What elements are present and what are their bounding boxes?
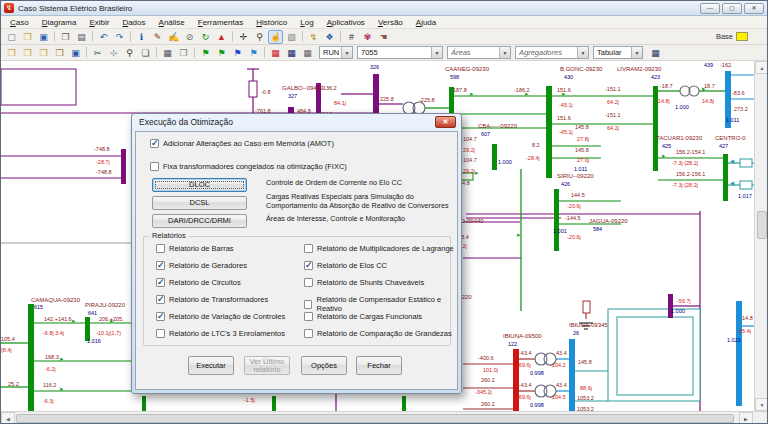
checkbox-icon[interactable]: ✓ <box>156 295 165 304</box>
save-case-icon[interactable]: ▣ <box>36 30 51 44</box>
erase-icon[interactable]: ⊘ <box>182 30 197 44</box>
menu-ajuda[interactable]: Ajuda <box>416 18 436 27</box>
snapshot-icon[interactable]: ❏ <box>138 46 153 60</box>
option-checkbox-fixa-transformadores[interactable]: Fixa transformadores congelados na otimi… <box>150 162 347 171</box>
menu-historico[interactable]: Histórico <box>256 18 287 27</box>
diagram-canvas[interactable]: -748.8-28.7j-748.8-0.8GALBO--09440327-76… <box>1 61 754 411</box>
chevron-down-icon[interactable]: ▼ <box>341 47 352 58</box>
opcoes-button[interactable]: Opções <box>301 356 347 375</box>
checkbox-icon[interactable]: ✓ <box>156 261 165 270</box>
annotate-icon[interactable]: ✍ <box>166 30 181 44</box>
scroll-down-icon[interactable]: ▼ <box>755 398 768 411</box>
scroll-up-icon[interactable]: ▲ <box>755 61 768 74</box>
report-checkbox-cargas-funcionais[interactable]: Relatório de Cargas Funcionais <box>304 312 422 321</box>
scroll-left-icon[interactable]: ◀ <box>1 412 15 424</box>
chevron-down-icon[interactable]: ▼ <box>577 47 588 58</box>
checkbox-icon[interactable]: ✓ <box>150 139 159 148</box>
scroll-right-icon[interactable]: ▶ <box>739 412 753 424</box>
report-checkbox-transformadores[interactable]: ✓Relatório de Transformadores <box>156 295 268 304</box>
net-icon[interactable]: ▦ <box>300 46 315 60</box>
legend-icon[interactable]: ✾ <box>360 30 375 44</box>
report-checkbox-ltc-s-3-enrolamentos[interactable]: Relatório de LTC's 3 Enrolamentos <box>156 329 285 338</box>
horizontal-scroll-thumb[interactable] <box>16 414 734 423</box>
checkbox-icon[interactable]: ✓ <box>304 261 313 270</box>
menu-exibir[interactable]: Exibir <box>89 18 109 27</box>
run-continuation-icon[interactable]: ⚑ <box>214 46 229 60</box>
fechar-button[interactable]: Fechar <box>356 356 402 375</box>
zoom-area-icon[interactable]: ⚲ <box>122 46 137 60</box>
dari-drcc-drmi-button[interactable]: DARI/DRCC/DRMI <box>152 214 247 228</box>
checkbox-icon[interactable]: ✓ <box>156 312 165 321</box>
menu-log[interactable]: Log <box>300 18 313 27</box>
report-checkbox-barras[interactable]: Relatório de Barras <box>156 244 234 253</box>
info-icon[interactable]: ℹ <box>134 30 149 44</box>
view-mode-dropdown[interactable]: Tabular▼ <box>593 46 643 59</box>
checkbox-icon[interactable] <box>304 312 313 321</box>
ec-icon[interactable]: ▦ <box>268 46 283 60</box>
dialog-title-bar[interactable]: Execução da Otimização ✕ <box>132 114 461 130</box>
dc-icon[interactable]: ▦ <box>284 46 299 60</box>
report-checkbox-circuitos[interactable]: ✓Relatório de Circuitos <box>156 278 241 287</box>
clipboard-icon[interactable]: ❐ <box>176 46 191 60</box>
checkbox-icon[interactable] <box>304 329 313 338</box>
menu-ferramentas[interactable]: Ferramentas <box>198 18 243 27</box>
base-color-swatch[interactable] <box>736 32 748 41</box>
menu-analise[interactable]: Análise <box>159 18 185 27</box>
select-area-icon[interactable]: ▧ <box>284 30 299 44</box>
edit-icon[interactable]: ✎ <box>150 30 165 44</box>
zoom-icon[interactable]: ⚲ <box>252 30 267 44</box>
refresh-icon[interactable]: ↻ <box>198 30 213 44</box>
menu-caso[interactable]: Caso <box>10 18 29 27</box>
menu-dados[interactable]: Dados <box>122 18 145 27</box>
checkbox-icon[interactable]: ✓ <box>156 278 165 287</box>
pointer-icon[interactable]: ☚ <box>376 30 391 44</box>
fit-page-icon[interactable]: ❖ <box>322 30 337 44</box>
save-history-icon[interactable]: ▣ <box>68 46 83 60</box>
option-checkbox-adicionar-alteracoes[interactable]: ✓Adicionar Alterações ao Caso em Memória… <box>150 139 334 148</box>
new-case-icon[interactable]: ▢ <box>4 30 19 44</box>
report-checkbox-comparacao-de-grandezas[interactable]: Relatório de Comparação de Grandezas <box>304 329 452 338</box>
executar-button[interactable]: Executar <box>188 356 234 375</box>
cut-area-icon[interactable]: ✂ <box>90 46 105 60</box>
open-history-3-icon[interactable]: ❒ <box>36 46 51 60</box>
checkbox-icon[interactable] <box>304 278 313 287</box>
horizontal-scrollbar[interactable]: ◀ ▶ <box>1 411 768 424</box>
report-checkbox-multiplicadores-de-lagrange[interactable]: Relatório de Multiplicadores de Lagrange <box>304 244 454 253</box>
minimize-button[interactable]: — <box>700 3 720 14</box>
chevron-down-icon[interactable]: ▼ <box>631 47 642 58</box>
print-icon[interactable]: ▤ <box>74 30 89 44</box>
report-checkbox-geradores[interactable]: ✓Relatório de Geradores <box>156 261 247 270</box>
chevron-down-icon[interactable]: ▼ <box>431 47 442 58</box>
vertical-scroll-thumb[interactable] <box>757 211 767 239</box>
open-history-2-icon[interactable]: ❒ <box>20 46 35 60</box>
maximize-button[interactable]: ▢ <box>722 3 742 14</box>
chart-icon[interactable]: ▲ <box>214 30 229 44</box>
vertical-scrollbar[interactable]: ▲ ▼ <box>754 61 768 411</box>
dcsl-button[interactable]: DCSL <box>152 196 247 210</box>
copy-icon[interactable]: ❐ <box>58 30 73 44</box>
fit-view-icon[interactable]: ⊹ <box>106 46 121 60</box>
checkbox-icon[interactable] <box>304 244 313 253</box>
checkbox-icon[interactable] <box>150 162 159 171</box>
menu-versao[interactable]: Versão <box>378 18 403 27</box>
dialog-close-icon[interactable]: ✕ <box>435 116 456 128</box>
agregadores-dropdown[interactable]: Agregadores▼ <box>515 46 589 59</box>
checkbox-icon[interactable] <box>156 329 165 338</box>
close-button[interactable]: ✕ <box>744 3 764 14</box>
open-history-1-icon[interactable]: ❒ <box>4 46 19 60</box>
redo-icon[interactable]: ↷ <box>112 30 127 44</box>
menu-diagrama[interactable]: Diagrama <box>42 18 77 27</box>
areas-dropdown[interactable]: Áreas▼ <box>447 46 511 59</box>
undo-icon[interactable]: ↶ <box>96 30 111 44</box>
move-icon[interactable]: ✛ <box>236 30 251 44</box>
table-view-icon[interactable]: ▦ <box>160 46 175 60</box>
dloc-button[interactable]: DLOC <box>152 178 247 192</box>
grid-icon[interactable]: # <box>344 30 359 44</box>
run-dropdown[interactable]: RUN▼ <box>319 46 353 59</box>
report-checkbox-compensador-estatico-e-reativo[interactable]: Relatório de Compensador Estático e Reat… <box>304 295 457 313</box>
open-case-icon[interactable]: ❒ <box>20 30 35 44</box>
run-qv-icon[interactable]: ⚑ <box>246 46 261 60</box>
case-number-combo[interactable]: 7055▼ <box>357 46 443 59</box>
run-pv-icon[interactable]: ⚑ <box>230 46 245 60</box>
report-checkbox-elos-cc[interactable]: ✓Relatório de Elos CC <box>304 261 387 270</box>
